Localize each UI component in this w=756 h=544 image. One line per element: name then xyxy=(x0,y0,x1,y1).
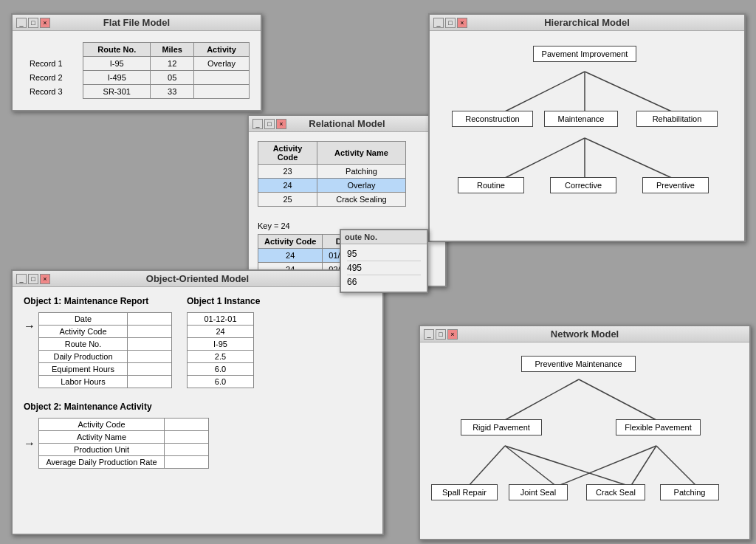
oo-obj2-table: Activity Code Activity Name Production U… xyxy=(38,418,209,469)
table-row: Record 3 SR-301 33 xyxy=(24,85,250,99)
field-value-placeholder xyxy=(128,363,172,376)
svg-line-9 xyxy=(505,446,557,486)
maximize-btn[interactable]: □ xyxy=(28,18,38,28)
hier-node-root: Pavement Improvement xyxy=(533,46,636,62)
field-value-placeholder xyxy=(165,419,209,431)
net-node-crack-seal: Crack Seal xyxy=(586,484,645,500)
partial-row: 95 xyxy=(347,247,421,261)
table-row: 24 Overlay xyxy=(258,179,406,193)
name-val: Overlay xyxy=(317,179,406,193)
field-name: Average Daily Production Rate xyxy=(39,456,165,469)
instance-val: 6.0 xyxy=(188,363,254,376)
miles-val: 12 xyxy=(151,57,194,71)
row-label: Record 3 xyxy=(24,85,83,99)
network-content: Preventive Maintenance Rigid Pavement Fl… xyxy=(420,342,749,531)
oo-field-row: Route No. xyxy=(39,338,172,351)
flat-file-controls[interactable]: _ □ × xyxy=(16,18,50,28)
instance-row: I-95 xyxy=(188,338,254,351)
table-row: 25 Crack Sealing xyxy=(258,193,406,207)
minimize-btn[interactable]: _ xyxy=(16,274,27,284)
network-controls[interactable]: _ □ × xyxy=(424,329,458,340)
field-name: Activity Code xyxy=(39,326,128,338)
oo-obj2-section: Object 2: Maintenance Activity → Activit… xyxy=(24,402,209,469)
close-btn[interactable]: × xyxy=(40,18,50,28)
row-label: Record 2 xyxy=(24,71,83,85)
net-node-spall: Spall Repair xyxy=(431,484,498,500)
flat-file-table: Route No. Miles Activity Record 1 I-95 1… xyxy=(24,42,250,99)
minimize-btn[interactable]: _ xyxy=(433,18,444,28)
field-name: Daily Production xyxy=(39,351,128,363)
oo-obj1-instance-section: Object 1 Instance 01-12-01 24 I-95 2.5 6… xyxy=(187,296,260,388)
col-activity-code: Activity Code xyxy=(258,142,317,165)
field-value-placeholder xyxy=(128,351,172,363)
oo-field-row: Activity Code xyxy=(39,419,209,431)
table-row: Record 1 I-95 12 Overlay xyxy=(24,57,250,71)
oo-field-row: Equipment Hours xyxy=(39,363,172,376)
hier-node-routine: Routine xyxy=(458,177,524,193)
close-btn[interactable]: × xyxy=(457,18,467,28)
oo-field-row: Daily Production xyxy=(39,351,172,363)
relational-controls[interactable]: _ □ × xyxy=(252,119,286,129)
oo-field-row: Activity Code xyxy=(39,326,172,338)
maximize-btn[interactable]: □ xyxy=(445,18,456,28)
name-val: Patching xyxy=(317,165,406,179)
svg-line-2 xyxy=(585,72,673,112)
maximize-btn[interactable]: □ xyxy=(436,329,446,340)
svg-line-13 xyxy=(557,446,656,486)
arrow-indicator-2: → xyxy=(24,437,35,450)
maximize-btn[interactable]: □ xyxy=(264,119,275,129)
col-miles: Miles xyxy=(151,43,194,57)
field-name: Activity Name xyxy=(39,431,165,444)
svg-line-5 xyxy=(585,138,673,179)
table-row: Record 2 I-495 05 xyxy=(24,71,250,85)
hierarchical-controls[interactable]: _ □ × xyxy=(433,18,467,28)
route-val: SR-301 xyxy=(83,85,151,99)
close-btn[interactable]: × xyxy=(40,274,50,284)
net-node-joint-seal: Joint Seal xyxy=(509,484,568,500)
instance-row: 2.5 xyxy=(188,351,254,363)
code-val: 25 xyxy=(258,193,317,207)
field-value-placeholder xyxy=(165,456,209,469)
miles-val: 05 xyxy=(151,71,194,85)
oo-obj2-label: Object 2: Maintenance Activity xyxy=(24,402,209,412)
activity-val xyxy=(194,85,250,99)
col-route: Route No. xyxy=(83,43,151,57)
oo-title: Object-Oriented Model xyxy=(146,273,249,284)
svg-line-11 xyxy=(656,446,697,486)
net-node-patching: Patching xyxy=(660,484,719,500)
network-title: Network Model xyxy=(551,328,619,340)
net-node-rigid: Rigid Pavement xyxy=(461,419,542,435)
close-btn[interactable]: × xyxy=(447,329,458,340)
oo-field-row: Date xyxy=(39,313,172,326)
oo-obj1-label: Object 1: Maintenance Report xyxy=(24,296,172,306)
svg-line-6 xyxy=(505,379,579,420)
oo-obj1-section: Object 1: Maintenance Report → Date xyxy=(24,296,172,388)
row-label: Record 1 xyxy=(24,57,83,71)
maximize-btn[interactable]: □ xyxy=(28,274,38,284)
miles-val: 33 xyxy=(151,85,194,99)
flat-file-titlebar: _ □ × Flat File Model xyxy=(13,15,261,31)
col-activity-name: Activity Name xyxy=(317,142,406,165)
field-value-placeholder xyxy=(128,326,172,338)
oo-controls[interactable]: _ □ × xyxy=(16,274,50,284)
field-name: Activity Code xyxy=(39,419,165,431)
svg-line-3 xyxy=(504,138,585,179)
net-node-root: Preventive Maintenance xyxy=(521,356,636,372)
minimize-btn[interactable]: _ xyxy=(252,119,263,129)
field-name: Route No. xyxy=(39,338,128,351)
svg-line-0 xyxy=(504,72,585,112)
minimize-btn[interactable]: _ xyxy=(424,329,434,340)
oo-field-row: Production Unit xyxy=(39,444,209,456)
activity-val: Overlay xyxy=(194,57,250,71)
oo-field-row: Labor Hours xyxy=(39,376,172,388)
table-row: 23 Patching xyxy=(258,165,406,179)
oo-obj1-table: Date Activity Code Route No. xyxy=(38,312,172,388)
instance-val: 6.0 xyxy=(188,376,254,388)
close-btn[interactable]: × xyxy=(276,119,286,129)
code-val: 24 xyxy=(258,179,317,193)
field-value-placeholder xyxy=(165,431,209,444)
svg-line-10 xyxy=(630,446,656,486)
field-name: Date xyxy=(39,313,128,326)
relational-main-table: Activity Code Activity Name 23 Patching … xyxy=(258,141,406,207)
minimize-btn[interactable]: _ xyxy=(16,18,27,28)
